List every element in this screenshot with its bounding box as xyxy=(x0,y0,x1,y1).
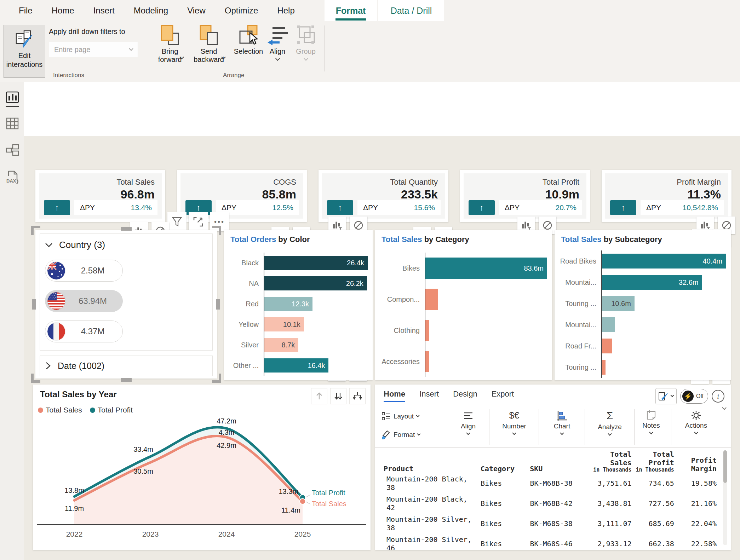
bar-mountai-[interactable]: 32.6m xyxy=(602,275,702,290)
ribbon-tab-view[interactable]: View xyxy=(178,0,215,21)
info-icon[interactable]: i xyxy=(712,390,724,403)
expand-all-levels-icon xyxy=(353,392,362,401)
selection-handle[interactable] xyxy=(216,299,220,310)
country-pill-usa[interactable]: 63.94M xyxy=(45,290,123,312)
kpi-card-total-sales[interactable]: Total Sales96.8m↑ΔPY13.4% xyxy=(35,170,165,222)
bar-road-bikes[interactable]: 40.4m xyxy=(602,254,726,269)
table-cell: BK-M68B-42 xyxy=(530,499,589,508)
bar-mountai-[interactable] xyxy=(602,317,615,332)
actions-button[interactable]: Actions xyxy=(677,410,716,434)
table-view-icon[interactable] xyxy=(6,117,19,130)
bar-clothing[interactable] xyxy=(425,320,429,341)
column-header-product[interactable]: Product xyxy=(384,464,481,473)
ribbon-tab-modeling[interactable]: Modeling xyxy=(124,0,178,21)
selection-handle[interactable] xyxy=(212,374,221,383)
column-header-sku[interactable]: SKU xyxy=(530,464,589,473)
ribbon-tab-insert[interactable]: Insert xyxy=(84,0,124,21)
number-button[interactable]: $€ Number xyxy=(495,410,534,434)
column-header-profit-margin[interactable]: Profit Margin xyxy=(676,456,719,473)
column-header-total-profit[interactable]: Total Profitin Thousands xyxy=(634,450,676,473)
report-view-icon[interactable] xyxy=(6,91,19,104)
ribbon-tab-help[interactable]: Help xyxy=(268,0,304,21)
bar-yellow[interactable]: 10.1k xyxy=(264,317,304,331)
tab-design[interactable]: Design xyxy=(453,389,477,402)
bar-bikes[interactable]: 83.6m xyxy=(425,258,547,279)
tab-home[interactable]: Home xyxy=(384,389,405,402)
ribbon-tab-file[interactable]: File xyxy=(9,0,42,21)
total-orders-by-color-chart[interactable]: Total Orders by Color BlackNARedYellowSi… xyxy=(224,230,373,380)
table-scrollbar[interactable] xyxy=(723,450,727,545)
country-pill-france[interactable]: 4.37M xyxy=(45,321,123,342)
total-sales-by-category-chart[interactable]: Total Sales by Category BikesCompon...Cl… xyxy=(375,230,552,380)
apply-drill-dropdown[interactable]: Entire page xyxy=(49,42,138,57)
model-view-icon[interactable] xyxy=(6,143,19,157)
analyze-button[interactable]: Σ Analyze xyxy=(590,410,629,435)
total-sales-by-subcategory-chart[interactable]: Total Sales by Subcategory Road BikesMou… xyxy=(555,230,731,380)
selection-handle[interactable] xyxy=(31,226,40,235)
selection-handle[interactable] xyxy=(31,374,40,383)
edit-interactions-button[interactable]: Edit interactions xyxy=(4,25,45,78)
selection-handle[interactable] xyxy=(121,227,132,231)
expand-all-button[interactable] xyxy=(349,388,366,404)
scrollbar-thumb[interactable] xyxy=(723,450,727,483)
country-pill-australia[interactable]: 2.58M xyxy=(45,260,123,282)
align-button[interactable]: Align xyxy=(263,24,292,60)
bar-compon-[interactable] xyxy=(425,289,438,310)
kpi-card-total-quantity[interactable]: Total Quantity233.5k↑ΔPY15.6% xyxy=(319,170,448,222)
align-lines-icon xyxy=(463,411,474,421)
bar-na[interactable]: 26.2k xyxy=(264,276,367,290)
bar-other-[interactable]: 16.4k xyxy=(264,358,328,373)
send-backward-button[interactable]: Send backward xyxy=(190,24,227,60)
bar-black[interactable]: 26.4k xyxy=(264,256,368,270)
bar-touring-[interactable] xyxy=(602,360,606,375)
country-header[interactable]: Country (3) xyxy=(40,234,212,255)
inforiver-table-visual[interactable]: Home Insert Design Export ⚡ Off i xyxy=(375,385,731,550)
date-section[interactable]: Date (1002) xyxy=(40,356,213,376)
table-row[interactable]: Mountain-200 Silver, 38BikesBK-M68S-383,… xyxy=(384,513,719,533)
legend-dot xyxy=(38,408,43,413)
focus-mode-button[interactable] xyxy=(189,212,208,231)
tab-export[interactable]: Export xyxy=(492,389,514,402)
bar-accessories[interactable] xyxy=(425,351,429,372)
column-title: Product xyxy=(384,464,478,473)
bar-silver[interactable]: 8.7k xyxy=(264,338,298,352)
legend-item-total-sales[interactable]: Total Sales xyxy=(38,406,82,414)
selection-button[interactable]: Selection xyxy=(230,24,267,56)
filter-button[interactable] xyxy=(167,212,187,231)
dax-query-view-icon[interactable]: DAX xyxy=(6,170,19,185)
selection-handle[interactable] xyxy=(32,299,36,310)
table-row[interactable]: Mountain-200 Black, 42BikesBK-M68B-423,4… xyxy=(384,493,719,513)
edit-mode-button[interactable] xyxy=(655,388,677,404)
kpi-panel: Total Profit10.9m↑ΔPY20.7% xyxy=(464,173,586,219)
selection-handle[interactable] xyxy=(212,226,221,235)
drill-down-button[interactable] xyxy=(330,388,346,404)
kpi-card-profit-margin[interactable]: Profit Margin11.3%↑ΔPY10,542.8% xyxy=(602,170,732,222)
bar-value-label: 40.4m xyxy=(702,257,722,265)
layout-button[interactable]: Layout xyxy=(382,409,419,424)
tab-data-drill[interactable]: Data / Drill xyxy=(378,0,444,21)
table-row[interactable]: Mountain-200 Silver, 46BikesBK-M68S-462,… xyxy=(384,533,719,550)
align-button[interactable]: Align xyxy=(452,411,484,434)
table-row[interactable]: Mountain-200 Black, 38BikesBK-M68B-383,7… xyxy=(384,473,719,493)
tab-format[interactable]: Format xyxy=(325,0,377,21)
bar-road-fr-[interactable] xyxy=(602,339,612,353)
column-header-category[interactable]: Category xyxy=(481,464,530,473)
bar-touring-[interactable]: 10.6m xyxy=(602,296,635,311)
table-cell: Mountain-200 Black, 42 xyxy=(384,495,481,512)
tab-insert[interactable]: Insert xyxy=(419,389,439,402)
bar-red[interactable]: 12.3k xyxy=(264,297,312,311)
ribbon-tab-home[interactable]: Home xyxy=(42,0,84,21)
legend-item-total-profit[interactable]: Total Profit xyxy=(90,406,133,414)
collapse-toolbar-chevron[interactable] xyxy=(722,405,727,410)
bring-forward-button[interactable]: Bring forward xyxy=(151,24,188,60)
power-toggle[interactable]: ⚡ Off xyxy=(680,389,708,404)
ribbon-tab-optimize[interactable]: Optimize xyxy=(215,0,268,21)
column-header-total-sales[interactable]: Total Salesin Thousands xyxy=(590,450,634,473)
format-button[interactable]: Format xyxy=(382,427,420,443)
notes-button[interactable]: Notes xyxy=(637,410,665,434)
drill-up-button[interactable] xyxy=(311,388,327,404)
selection-handle[interactable] xyxy=(121,378,132,382)
chart-button[interactable]: Chart xyxy=(544,410,580,434)
total-sales-by-year-chart[interactable]: Total Sales by Year Total Sa xyxy=(33,385,371,550)
kpi-card-total-profit[interactable]: Total Profit10.9m↑ΔPY20.7% xyxy=(460,170,590,222)
